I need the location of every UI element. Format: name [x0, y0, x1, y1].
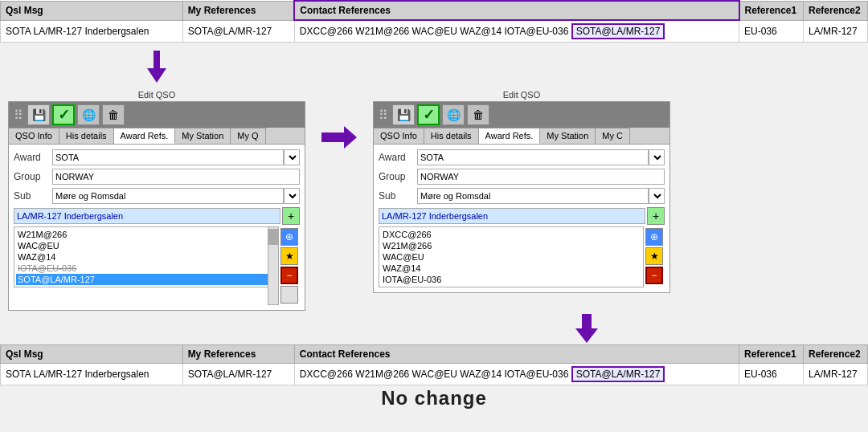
right-list-btn-up[interactable]: ⊕	[645, 228, 663, 246]
right-side-btns: ⊕ ★ −	[644, 226, 665, 287]
left-scrollbar[interactable]	[268, 226, 279, 305]
left-ref-row: +	[14, 207, 300, 225]
right-check-btn[interactable]: ✓	[417, 104, 440, 125]
bottom-row-contactrefs-text: DXCC@266 W21M@266 WAC@EU WAZ@14 IOTA@EU-…	[300, 369, 569, 380]
bottom-row-myrefs: SOTA@LA/MR-127	[182, 364, 294, 385]
left-list-btn-minus[interactable]: −	[280, 267, 298, 284]
left-delete-btn[interactable]: 🗑	[102, 104, 125, 125]
right-delete-btn[interactable]: 🗑	[467, 104, 489, 125]
left-tab-awardrefs[interactable]: Award Refs.	[114, 128, 176, 144]
left-check-btn[interactable]: ✓	[52, 104, 75, 125]
left-group-input[interactable]	[52, 169, 300, 185]
arrow-right-middle	[321, 46, 357, 149]
left-award-select[interactable]	[284, 149, 300, 165]
left-list-area: W21M@266 WAC@EU WAZ@14 IOTA@EU-036 SOTA@…	[14, 226, 300, 305]
top-row-contactrefs-text: DXCC@266 W21M@266 WAC@EU WAZ@14 IOTA@EU-…	[300, 26, 569, 37]
left-list-btn-star[interactable]: ★	[280, 247, 298, 265]
right-list-item-4[interactable]: IOTA@EU-036	[381, 274, 641, 285]
left-add-btn[interactable]: +	[282, 207, 300, 225]
left-save-btn[interactable]: 💾	[27, 104, 50, 125]
right-tab-awardrefs[interactable]: Award Refs.	[479, 128, 541, 144]
left-tab-myq[interactable]: My Q	[231, 128, 265, 144]
right-panel-title: Edit QSO	[500, 88, 543, 101]
left-list-item-1[interactable]: WAC@EU	[16, 240, 276, 251]
svg-marker-3	[575, 314, 598, 343]
no-change-container: No change	[0, 387, 868, 410]
top-row-ref1: EU-036	[739, 20, 804, 43]
right-tab-qsoinfo[interactable]: QSO Info	[374, 128, 424, 144]
left-tab-qsoinfo[interactable]: QSO Info	[9, 128, 59, 144]
right-tab-myc[interactable]: My C	[596, 128, 630, 144]
right-group-input[interactable]	[417, 169, 665, 185]
left-award-row: Award	[14, 149, 300, 165]
right-sub-select[interactable]	[649, 188, 665, 204]
right-award-row: Award	[379, 149, 665, 165]
left-edit-qso-panel: ⠿ 💾 ✓ 🌐 🗑 QSO Info His details Award Ref…	[8, 101, 305, 311]
left-list-btn-extra[interactable]	[280, 286, 298, 304]
left-sub-row: Sub	[14, 188, 300, 204]
left-ref-input[interactable]	[14, 208, 280, 224]
col-header-ref2: Reference2	[804, 1, 868, 20]
right-award-input[interactable]	[417, 149, 649, 165]
left-tab-hisdetails[interactable]: His details	[59, 128, 114, 144]
left-sub-input[interactable]	[52, 188, 284, 204]
right-tab-hisdetails[interactable]: His details	[424, 128, 479, 144]
no-change-label: No change	[381, 384, 487, 410]
left-panel-title: Edit QSO	[135, 88, 178, 101]
right-list-btn-star[interactable]: ★	[645, 247, 663, 265]
right-ref-input[interactable]	[379, 208, 645, 224]
svg-marker-0	[147, 51, 166, 83]
col-header-qslmsg: Qsl Msg	[1, 1, 183, 20]
right-sub-row: Sub	[379, 188, 665, 204]
top-row-qslmsg: SOTA LA/MR-127 Inderbergsalen	[1, 20, 183, 43]
bottom-row-contactrefs-highlight: SOTA@LA/MR-127	[571, 366, 665, 382]
right-list-item-1[interactable]: W21M@266	[381, 240, 641, 251]
right-sub-input[interactable]	[417, 188, 649, 204]
right-list-item-0[interactable]: DXCC@266	[381, 229, 641, 240]
right-list-item-2[interactable]: WAC@EU	[381, 251, 641, 263]
right-add-btn[interactable]: +	[647, 207, 665, 225]
left-group-row: Group	[14, 169, 300, 185]
left-panel-col: Edit QSO ⠿ 💾 ✓ 🌐 🗑 QSO Info His details …	[8, 46, 305, 311]
left-list-item-2[interactable]: WAZ@14	[16, 251, 276, 263]
left-scrollbar-thumb[interactable]	[268, 229, 278, 245]
left-list-item-3[interactable]: IOTA@EU-036	[16, 263, 276, 274]
left-award-input[interactable]	[52, 149, 284, 165]
bottom-col-header-ref2: Reference2	[804, 345, 868, 364]
col-header-myrefs: My References	[182, 1, 294, 20]
right-list-btn-minus[interactable]: −	[645, 267, 663, 284]
right-globe-btn[interactable]: 🌐	[442, 104, 465, 125]
top-table: Qsl Msg My References Contact References…	[0, 0, 868, 43]
left-tabs: QSO Info His details Award Refs. My Stat…	[9, 128, 305, 145]
svg-marker-1	[321, 126, 357, 149]
right-form-area: Award Group Sub +	[374, 145, 669, 292]
left-sub-select[interactable]	[284, 188, 300, 204]
top-row-contactrefs-highlight: SOTA@LA/MR-127	[571, 23, 665, 39]
right-tab-mystation[interactable]: My Station	[540, 128, 596, 144]
left-toolbar: ⠿ 💾 ✓ 🌐 🗑	[9, 102, 305, 128]
right-list-item-3[interactable]: WAZ@14	[381, 263, 641, 274]
left-list-item-4[interactable]: SOTA@LA/MR-127	[16, 274, 276, 285]
right-ref-row: +	[379, 207, 665, 225]
col-header-contactrefs: Contact References	[294, 1, 739, 20]
col-header-ref1: Reference1	[739, 1, 804, 20]
left-globe-btn[interactable]: 🌐	[77, 104, 100, 125]
panels-wrapper: Edit QSO ⠿ 💾 ✓ 🌐 🗑 QSO Info His details …	[0, 43, 868, 311]
left-list-item-0[interactable]: W21M@266	[16, 229, 276, 240]
right-save-btn[interactable]: 💾	[392, 104, 415, 125]
left-list-btn-up[interactable]: ⊕	[280, 228, 298, 246]
bottom-row-ref2: LA/MR-127	[804, 364, 868, 385]
left-ref-list: W21M@266 WAC@EU WAZ@14 IOTA@EU-036 SOTA@…	[14, 226, 279, 287]
left-side-btns: ⊕ ★ −	[279, 226, 300, 305]
left-tab-mystation[interactable]: My Station	[175, 128, 231, 144]
right-list-area: DXCC@266 W21M@266 WAC@EU WAZ@14 IOTA@EU-…	[379, 226, 665, 287]
left-award-label: Award	[14, 152, 52, 163]
bottom-table: Qsl Msg My References Contact References…	[0, 344, 868, 385]
right-group-row: Group	[379, 169, 665, 185]
right-panel-col: Edit QSO ⠿ 💾 ✓ 🌐 🗑 QSO Info His details …	[373, 46, 670, 293]
right-toolbar-dots: ⠿	[377, 108, 390, 123]
top-row-contactrefs: DXCC@266 W21M@266 WAC@EU WAZ@14 IOTA@EU-…	[294, 20, 739, 43]
right-award-select[interactable]	[649, 149, 665, 165]
arrow-down-big	[305, 311, 868, 344]
right-tabs: QSO Info His details Award Refs. My Stat…	[374, 128, 669, 145]
